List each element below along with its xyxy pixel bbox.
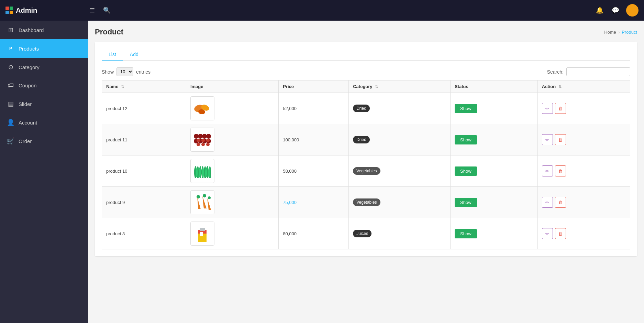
product-image bbox=[192, 98, 213, 119]
edit-button[interactable]: ✏ bbox=[542, 165, 553, 176]
bell-icon[interactable]: 🔔 bbox=[595, 5, 605, 15]
breadcrumb-current: Product bbox=[622, 30, 637, 35]
product-card: List Add Show 10 25 50 entries Search: bbox=[95, 42, 637, 256]
tabs: List Add bbox=[102, 49, 630, 61]
cell-image bbox=[186, 187, 278, 218]
status-show-button[interactable]: Show bbox=[455, 198, 477, 207]
sort-action-icon: ⇅ bbox=[558, 85, 562, 89]
cell-image bbox=[186, 124, 278, 155]
cell-category: Vegetables bbox=[349, 155, 451, 187]
cell-name: product 9 bbox=[102, 187, 186, 218]
cell-name: product 10 bbox=[102, 155, 186, 187]
sidebar-item-slider[interactable]: ▤ Slider bbox=[0, 95, 88, 113]
main-content: Product Home › Product List Add Show 10 … bbox=[88, 21, 644, 323]
cell-price: 58,000 bbox=[279, 155, 349, 187]
product-table: Name ⇅ Image Price Category ⇅ Status bbox=[102, 80, 630, 249]
status-show-button[interactable]: Show bbox=[455, 104, 477, 113]
slider-icon: ▤ bbox=[7, 100, 14, 108]
breadcrumb-home[interactable]: Home bbox=[604, 30, 616, 35]
cell-status: Show bbox=[451, 124, 538, 155]
cell-name: product 8 bbox=[102, 218, 186, 249]
edit-button[interactable]: ✏ bbox=[542, 134, 553, 145]
col-price: Price bbox=[279, 80, 349, 93]
col-image: Image bbox=[186, 80, 278, 93]
cell-category: Juices bbox=[349, 218, 451, 249]
cell-image bbox=[186, 155, 278, 187]
cell-image bbox=[186, 218, 278, 249]
cell-action: ✏🗑 bbox=[537, 93, 630, 124]
table-header-row: Name ⇅ Image Price Category ⇅ Status bbox=[102, 80, 630, 93]
product-image bbox=[192, 223, 213, 244]
delete-button[interactable]: 🗑 bbox=[555, 134, 566, 145]
delete-button[interactable]: 🗑 bbox=[555, 197, 566, 208]
cell-price: 100,000 bbox=[279, 124, 349, 155]
status-show-button[interactable]: Show bbox=[455, 229, 477, 238]
cell-status: Show bbox=[451, 218, 538, 249]
status-show-button[interactable]: Show bbox=[455, 166, 477, 176]
navbar: Admin ☰ 🔍 🔔 💬 bbox=[0, 0, 644, 21]
brand-icon bbox=[5, 7, 13, 14]
show-entries: Show 10 25 50 entries bbox=[102, 67, 151, 76]
cell-action: ✏🗑 bbox=[537, 218, 630, 249]
dashboard-icon: ⊞ bbox=[7, 26, 14, 34]
cell-status: Show bbox=[451, 155, 538, 187]
cell-category: Vegetables bbox=[349, 187, 451, 218]
brand: Admin bbox=[5, 7, 88, 14]
cell-category: Dried bbox=[349, 124, 451, 155]
col-status: Status bbox=[451, 80, 538, 93]
sidebar-label-category: Category bbox=[19, 64, 40, 70]
sidebar-item-category[interactable]: ⊙ Category bbox=[0, 58, 88, 76]
tab-list[interactable]: List bbox=[102, 49, 123, 61]
sidebar-item-coupon[interactable]: 🏷 Coupon bbox=[0, 76, 88, 95]
cell-name: product 11 bbox=[102, 124, 186, 155]
sidebar-item-dashboard[interactable]: ⊞ Dashboard bbox=[0, 21, 88, 39]
cell-image bbox=[186, 93, 278, 124]
chat-icon[interactable]: 💬 bbox=[610, 5, 621, 15]
sidebar-label-order: Order bbox=[19, 138, 32, 144]
avatar[interactable] bbox=[626, 4, 639, 17]
cell-price: 75,000 bbox=[279, 187, 349, 218]
edit-button[interactable]: ✏ bbox=[542, 228, 553, 239]
cell-category: Dried bbox=[349, 93, 451, 124]
sidebar-label-slider: Slider bbox=[19, 101, 32, 107]
page-header: Product Home › Product bbox=[95, 28, 637, 36]
sidebar-item-account[interactable]: 👤 Account bbox=[0, 113, 88, 132]
account-icon: 👤 bbox=[7, 119, 14, 126]
tab-add[interactable]: Add bbox=[123, 49, 145, 61]
product-image bbox=[192, 129, 213, 150]
order-icon: 🛒 bbox=[7, 137, 14, 145]
table-row: product 1252,000DriedShow✏🗑 bbox=[102, 93, 630, 124]
cell-status: Show bbox=[451, 187, 538, 218]
sidebar-item-order[interactable]: 🛒 Order bbox=[0, 132, 88, 150]
coupon-icon: 🏷 bbox=[7, 82, 14, 89]
page-title: Product bbox=[95, 28, 123, 36]
search-label: Search: bbox=[547, 69, 564, 75]
status-show-button[interactable]: Show bbox=[455, 135, 477, 144]
delete-button[interactable]: 🗑 bbox=[555, 165, 566, 176]
cell-action: ✏🗑 bbox=[537, 124, 630, 155]
search-button[interactable]: 🔍 bbox=[102, 5, 112, 15]
col-name: Name ⇅ bbox=[102, 80, 186, 93]
show-label: Show bbox=[102, 69, 114, 75]
sort-name-icon: ⇅ bbox=[121, 85, 124, 89]
delete-button[interactable]: 🗑 bbox=[555, 228, 566, 239]
sort-category-icon: ⇅ bbox=[375, 85, 378, 89]
col-category: Category ⇅ bbox=[349, 80, 451, 93]
entries-label: entries bbox=[136, 69, 151, 75]
col-action: Action ⇅ bbox=[537, 80, 630, 93]
navbar-right: 🔔 💬 bbox=[595, 4, 639, 17]
edit-button[interactable]: ✏ bbox=[542, 197, 553, 208]
edit-button[interactable]: ✏ bbox=[542, 103, 553, 114]
table-controls: Show 10 25 50 entries Search: bbox=[102, 67, 630, 76]
delete-button[interactable]: 🗑 bbox=[555, 103, 566, 114]
table-row: product 1058,000VegetablesShow✏🗑 bbox=[102, 155, 630, 187]
cell-action: ✏🗑 bbox=[537, 155, 630, 187]
menu-button[interactable]: ☰ bbox=[88, 5, 96, 15]
search-input[interactable] bbox=[566, 67, 630, 76]
entries-select[interactable]: 10 25 50 bbox=[116, 67, 133, 76]
sidebar-item-products[interactable]: P Products bbox=[0, 39, 88, 58]
breadcrumb-separator: › bbox=[618, 30, 620, 35]
sidebar-label-account: Account bbox=[19, 120, 37, 126]
sidebar-label-products: Products bbox=[19, 46, 39, 52]
breadcrumb: Home › Product bbox=[604, 30, 637, 35]
